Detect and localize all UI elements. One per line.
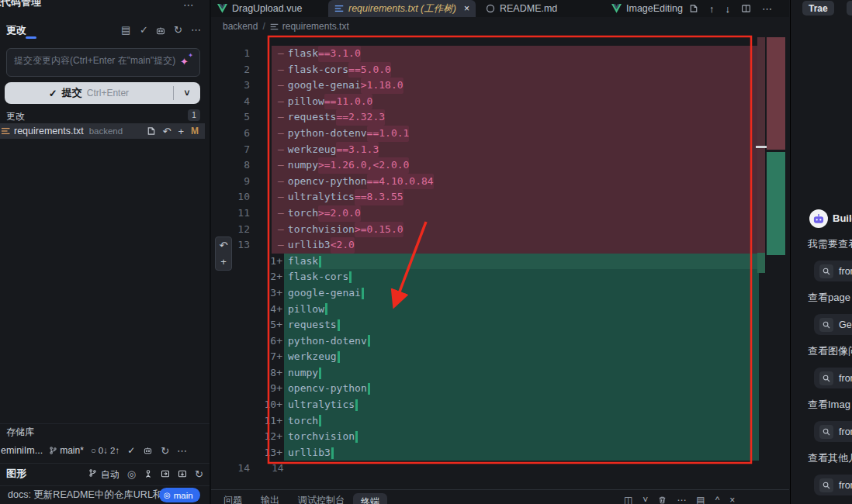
editor-tab-requirements.txt[interactable]: requirements.txt (工作树)× (328, 0, 476, 17)
target-icon[interactable]: ◎ (127, 468, 136, 480)
chat-step-text: 查看其他几 (808, 451, 852, 465)
diff-line-added: 6+python-dotenv (211, 333, 759, 350)
minimap[interactable] (756, 36, 787, 489)
view-as-list-icon[interactable]: ▤ (121, 24, 130, 36)
repo-check-icon[interactable]: ✓ (127, 445, 135, 456)
repository-heading[interactable]: 存储库 (6, 426, 34, 439)
search-icon (819, 478, 833, 492)
terminal-kill-icon[interactable] (658, 495, 667, 504)
panel-layout-icon[interactable]: ▤ (696, 495, 705, 504)
repo-more-icon[interactable]: ⋯ (177, 445, 187, 457)
graph-section-row: 图形 自动 ◎ ↻ (0, 465, 210, 482)
repo-refresh-icon[interactable]: ↻ (161, 445, 169, 457)
stage-block-icon[interactable]: + (220, 256, 227, 268)
tool-call-card[interactable]: front (814, 475, 852, 495)
repository-row[interactable]: eminiIm... main* ○ 0↓ 2↑ ✓ ↻ ⋯ (0, 442, 210, 459)
editor-more-icon[interactable]: ⋯ (762, 3, 772, 15)
breadcrumb[interactable]: backend / requirements.txt (211, 17, 789, 36)
terminal-new-dropdown-icon[interactable]: ˅ (642, 495, 648, 504)
commit-check-icon[interactable]: ✓ (140, 24, 148, 36)
editor-tab-README.md[interactable]: README.md (486, 0, 557, 17)
commit-message-input[interactable]: 提交变更内容(Ctrl+Enter 在"main"提交) ✦ ✦ (6, 48, 200, 77)
panel-tab-0[interactable]: 问题 (223, 494, 242, 504)
bottom-panel: 问题输出调试控制台终端 ◫ ˅ ⋯ ▤ ^ × (211, 489, 789, 504)
sidebar-more-icon[interactable]: ⋯ (183, 0, 194, 11)
close-tab-icon[interactable]: × (464, 3, 469, 14)
diff-line-added: 10+ultralytics (211, 397, 759, 413)
adjacent-tab-partial[interactable] (847, 1, 852, 16)
open-changes-icon[interactable] (689, 4, 698, 13)
diff-line-added: 8+numpy (211, 365, 759, 381)
changed-file-row[interactable]: requirements.txt backend ↶ + M (0, 123, 205, 139)
breadcrumb-folder[interactable]: backend (223, 21, 258, 32)
diff-line-added: 2+flask-cors (211, 269, 759, 285)
panel-tab-1[interactable]: 输出 (261, 494, 279, 504)
minimap-deleted-block (767, 37, 785, 150)
refresh-icon[interactable]: ↻ (174, 24, 182, 36)
next-change-icon[interactable]: ↓ (726, 3, 731, 15)
diff-line-removed: 1—flask==3.1.0 (211, 46, 759, 62)
previous-change-icon[interactable]: ↑ (709, 3, 715, 15)
terminal-more-icon[interactable]: ⋯ (677, 495, 686, 504)
sync-icon[interactable]: ○ (91, 446, 96, 455)
editor-tab-DragUpload.vue[interactable]: DragUpload.vue (217, 0, 302, 17)
graph-heading[interactable]: 图形 (6, 467, 26, 481)
tool-call-card[interactable]: front (814, 368, 852, 388)
section-divider (0, 463, 210, 464)
stage-changes-icon[interactable]: + (178, 126, 184, 137)
discard-changes-icon[interactable]: ↶ (163, 126, 171, 137)
file-icon (334, 4, 344, 13)
revert-block-icon[interactable]: ↶ (220, 240, 228, 251)
ai-sparkle-small-icon: ✦ (188, 52, 193, 59)
diff-editor[interactable]: 1—flask==3.1.02—flask-cors==5.0.03—googl… (211, 36, 789, 489)
panel-tab-2[interactable]: 调试控制台 (298, 494, 345, 504)
branch-pill[interactable]: ◎ main (159, 488, 200, 502)
commit-button[interactable]: ✓ 提交 Ctrl+Enter ˅ (5, 82, 200, 104)
app-window: 源代码管理 ⋯ 更改 ▤ ✓ ↻ ⋯ 提交变更内容(Ctrl+Enter 在"m… (0, 0, 852, 504)
search-icon (819, 318, 833, 332)
diff-line-removed: 8—numpy>=1.26.0,<2.0.0 (211, 157, 759, 174)
active-section-indicator (26, 36, 36, 39)
text-file-icon (2, 126, 11, 136)
cherry-pick-icon[interactable] (144, 469, 153, 478)
panel-close-icon[interactable]: × (729, 495, 735, 504)
search-icon (819, 264, 833, 278)
tool-call-card[interactable]: front (814, 261, 852, 281)
pill-target-icon: ◎ (164, 491, 171, 499)
last-commit-row[interactable]: docs: 更新README中的仓库URL和... ◎ main (0, 486, 210, 504)
breadcrumb-file[interactable]: requirements.txt (282, 21, 349, 32)
circle-icon (486, 4, 495, 13)
panel-maximize-icon[interactable]: ^ (715, 495, 720, 504)
import-icon[interactable] (178, 469, 187, 478)
terminal-split-icon[interactable]: ◫ (624, 495, 632, 504)
diff-gutter-widget: ↶ + (215, 236, 232, 271)
graph-auto-label[interactable]: 自动 (101, 469, 119, 480)
terminal-actions: ◫ ˅ ⋯ ▤ ^ × (624, 495, 735, 504)
chat-step-text: 查看page (808, 291, 850, 305)
export-icon[interactable] (161, 469, 170, 478)
trae-tab[interactable]: Trae (802, 1, 834, 16)
more-actions-icon[interactable]: ⋯ (191, 24, 201, 36)
open-file-icon[interactable] (147, 126, 156, 136)
editor-tab-ImageEditing[interactable]: ImageEditing (611, 0, 691, 17)
tool-call-card[interactable]: front (814, 421, 852, 442)
section-divider (0, 423, 210, 424)
repository-name: eminiIm... (1, 445, 43, 456)
diff-line-removed: 13—urllib3<2.0 (211, 237, 759, 254)
diff-line-added: 11+torch (211, 413, 759, 430)
sync-up-count: 2↑ (110, 446, 119, 455)
breadcrumb-separator: / (262, 21, 265, 32)
diff-line-added: 5+requests (211, 317, 759, 333)
tool-call-card[interactable]: Gem (814, 314, 852, 335)
commit-dropdown-button[interactable]: ˅ (173, 86, 200, 100)
overview-ruler-added (757, 253, 765, 273)
diff-line-removed: 3—google-genai>1.18.0 (211, 78, 759, 94)
diff-line-removed: 2—flask-cors==5.0.0 (211, 62, 759, 78)
split-editor-icon[interactable] (741, 4, 751, 13)
ai-robot-icon[interactable] (155, 26, 166, 36)
commit-button-label: 提交 (62, 86, 82, 100)
changes-group-label[interactable]: 更改 (6, 110, 25, 123)
repo-robot-icon[interactable] (143, 446, 153, 455)
graph-refresh-icon[interactable]: ↻ (195, 468, 203, 480)
panel-tab-3[interactable]: 终端 (353, 493, 387, 504)
